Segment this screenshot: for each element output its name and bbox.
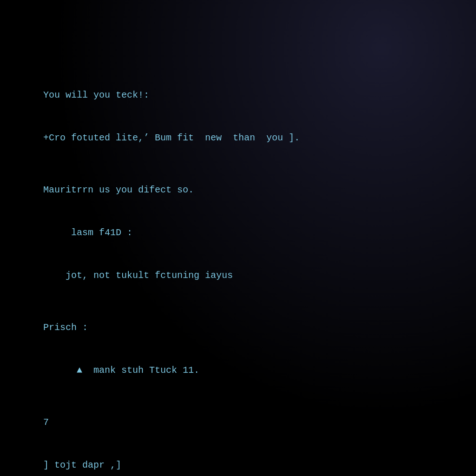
terminal-line-4: lasm f41D : xyxy=(21,212,455,254)
terminal-line-7: ▲ mank stuh Ttuck 11. xyxy=(21,350,455,391)
terminal-screen: You will you teck!: +Cro fotuted lite,’ … xyxy=(0,0,476,476)
terminal-line-1: You will you teck!: xyxy=(21,74,455,116)
terminal-line-8: 7 xyxy=(21,402,455,443)
terminal-line-3: Mauritrrn us you difect so. xyxy=(21,169,455,211)
blank-line-3 xyxy=(21,392,455,402)
terminal-line-9: ] tojt dapr ,] xyxy=(21,444,455,476)
blank-line-1 xyxy=(21,160,455,169)
terminal-line-5: jot, not tukult fctuning iayus xyxy=(21,255,455,297)
blank-line-2 xyxy=(21,298,455,307)
terminal-line-6: Prisch : xyxy=(21,307,455,349)
terminal-line-2: +Cro fotuted lite,’ Bum fit new than you… xyxy=(21,117,455,159)
